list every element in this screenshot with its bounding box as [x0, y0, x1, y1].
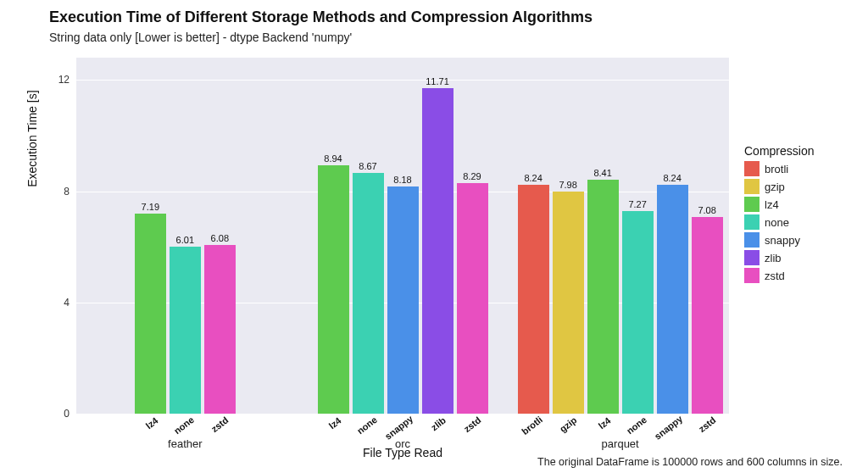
bar-value-label: 6.01 — [176, 235, 194, 247]
bar-value-label: 8.41 — [593, 168, 611, 180]
bar-feather-zstd: 6.08zstd — [204, 245, 236, 415]
legend-title: Compression — [744, 144, 863, 158]
bar-parquet-none: 7.27none — [622, 211, 654, 414]
bar-value-label: 8.18 — [393, 175, 411, 186]
bar-value-label: 11.71 — [426, 76, 449, 88]
bar-value-label: 7.08 — [698, 205, 715, 217]
legend-swatch — [744, 161, 760, 176]
bar-category-label: zlib — [429, 415, 448, 432]
legend-label: zstd — [765, 270, 785, 282]
legend-label: zlib — [765, 252, 782, 264]
bar-feather-lz4: 7.19lz4 — [135, 214, 166, 414]
footer-note: The original DataFrame is 100000 rows an… — [537, 456, 843, 468]
plot-area: 048127.19lz46.01none6.08zstdfeather8.94l… — [76, 58, 729, 414]
bar-value-label: 7.98 — [559, 180, 576, 192]
legend-item-brotli: brotli — [744, 161, 863, 176]
grid-line — [76, 80, 729, 81]
bar-category-label: snappy — [653, 414, 685, 442]
bar-value-label: 6.08 — [211, 233, 229, 245]
bar-parquet-brotli: 8.24brotli — [518, 185, 549, 414]
bar-value-label: 8.24 — [663, 173, 681, 185]
bar-value-label: 7.19 — [142, 202, 159, 214]
bar-orc-none: 8.67none — [353, 173, 384, 414]
bar-value-label: 8.29 — [463, 171, 481, 183]
y-tick-label: 8 — [64, 186, 76, 198]
chart-title: Execution Time of Different Storage Meth… — [49, 8, 593, 26]
bar-category-label: zstd — [462, 415, 483, 434]
bar-value-label: 8.94 — [324, 153, 342, 165]
bar-category-label: brotli — [520, 415, 544, 437]
chart-container: Execution Time of Different Storage Meth… — [0, 0, 868, 473]
bar-category-label: lz4 — [144, 415, 160, 431]
legend-swatch — [744, 250, 760, 265]
bar-parquet-lz4: 8.41lz4 — [587, 180, 619, 414]
y-tick-label: 0 — [64, 408, 76, 420]
bar-category-label: none — [625, 415, 648, 437]
bar-value-label: 7.27 — [628, 199, 646, 211]
legend-swatch — [744, 197, 760, 212]
chart-subtitle: String data only [Lower is better] - dty… — [49, 31, 352, 44]
y-axis-label: Execution Time [s] — [25, 90, 39, 186]
bar-value-label: 8.67 — [359, 161, 376, 173]
bar-orc-lz4: 8.94lz4 — [318, 165, 349, 414]
y-tick-label: 4 — [64, 297, 76, 309]
legend-label: lz4 — [765, 198, 779, 211]
bar-orc-zstd: 8.29zstd — [457, 183, 488, 414]
bar-parquet-zstd: 7.08zstd — [692, 217, 723, 414]
legend-item-lz4: lz4 — [744, 197, 863, 212]
bar-category-label: none — [172, 415, 196, 437]
legend-item-gzip: gzip — [744, 179, 863, 194]
legend-item-snappy: snappy — [744, 232, 863, 248]
bar-category-label: none — [355, 415, 379, 437]
legend-label: brotli — [765, 163, 788, 175]
legend-label: gzip — [765, 181, 785, 193]
legend-swatch — [744, 179, 760, 194]
legend-swatch — [744, 268, 760, 283]
legend-item-zlib: zlib — [744, 250, 863, 265]
legend: Compression brotligziplz4nonesnappyzlibz… — [744, 144, 863, 286]
bar-orc-zlib: 11.71zlib — [422, 88, 453, 414]
bar-category-label: zstd — [209, 415, 231, 434]
legend-label: snappy — [765, 234, 800, 247]
y-tick-label: 12 — [58, 74, 76, 86]
bar-category-label: zstd — [697, 415, 718, 434]
bar-category-label: gzip — [558, 415, 579, 434]
legend-swatch — [744, 232, 760, 248]
bar-orc-snappy: 8.18snappy — [387, 186, 419, 414]
grid-line — [76, 414, 729, 415]
legend-label: none — [765, 216, 789, 229]
bar-parquet-snappy: 8.24snappy — [657, 185, 688, 414]
legend-item-zstd: zstd — [744, 268, 863, 283]
bar-parquet-gzip: 7.98gzip — [553, 192, 584, 414]
bar-category-label: lz4 — [597, 415, 613, 431]
bar-feather-none: 6.01none — [170, 247, 201, 414]
bar-value-label: 8.24 — [524, 173, 542, 185]
legend-item-none: none — [744, 214, 863, 230]
bar-category-label: lz4 — [327, 415, 343, 431]
legend-swatch — [744, 214, 760, 230]
